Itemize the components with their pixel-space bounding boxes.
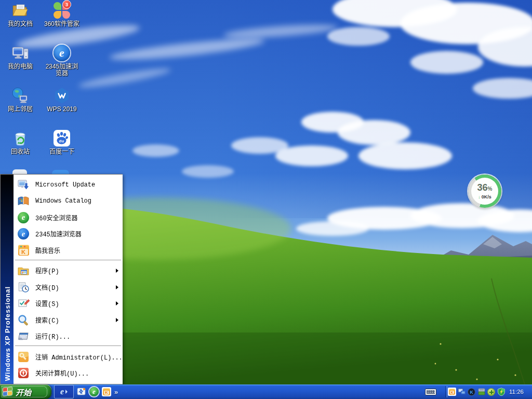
desktop-icon-my-computer[interactable]: 我的电脑 (2, 44, 38, 70)
submenu-arrow-icon (116, 269, 118, 273)
menu-item-search[interactable]: 搜索(C) (14, 312, 123, 328)
menu-item-microsoft-update[interactable]: Microsoft Update (14, 177, 123, 193)
start-button[interactable]: 开始 (0, 384, 51, 399)
menu-item-label: 注销 Administrator(L)... (35, 352, 123, 362)
tray-360-shield-icon[interactable] (497, 388, 506, 396)
menu-item-shut-down[interactable]: 关闭计算机(U)... (14, 365, 123, 381)
tray-kuwo-music-icon[interactable]: K (448, 388, 456, 396)
shut-down-icon (17, 367, 30, 379)
quick-launch-more-chevron[interactable]: » (114, 388, 118, 396)
show-desktop-icon (77, 387, 86, 396)
quick-launch-kuwo-music[interactable]: K (102, 387, 111, 396)
kuwo-music-icon: K (17, 244, 30, 257)
360-software-manager-icon: 3 (52, 1, 71, 20)
banner-text: Windows XP Professional (3, 286, 11, 381)
tray-network-connections-icon[interactable] (458, 388, 466, 396)
menu-item-label: Windows Catalog (35, 197, 91, 205)
desktop-icon-label: 网上邻居 (2, 106, 38, 113)
menu-item-programs[interactable]: 程序(P) (14, 262, 123, 279)
desktop-icon-label: 我的电脑 (2, 63, 38, 70)
run-icon (17, 330, 30, 342)
menu-item-windows-catalog[interactable]: Windows Catalog (14, 193, 123, 210)
2345-explorer-icon: e (17, 228, 30, 240)
menu-item-kuwo-music[interactable]: K 酷我音乐 (14, 242, 123, 259)
360-speedball-widget[interactable]: 36% ↓0K/s (468, 175, 501, 208)
desktop-icon-baidu[interactable]: du 百度一下 (44, 129, 80, 155)
menu-item-label: 搜索(C) (35, 315, 59, 325)
desktop-icon-my-documents[interactable]: 我的文档 (2, 1, 38, 28)
documents-icon (17, 281, 30, 294)
desktop-icon-label: 2345加速浏览器 (44, 63, 80, 77)
download-arrow-icon: ↓ (478, 194, 481, 200)
menu-separator (15, 260, 121, 262)
menu-item-label: Microsoft Update (35, 181, 95, 189)
submenu-arrow-icon (116, 301, 118, 305)
input-method-keyboard-icon[interactable] (425, 389, 436, 395)
settings-icon (17, 297, 30, 310)
menu-item-label: 360安全浏览器 (35, 213, 78, 222)
menu-item-log-off[interactable]: 注销 Administrator(L)... (14, 349, 123, 365)
menu-item-documents[interactable]: 文档(D) (14, 279, 123, 296)
windows-catalog-icon (17, 195, 30, 207)
microsoft-update-icon (17, 179, 30, 191)
desktop-icon-label: 回收站 (2, 149, 38, 155)
360-secure-browser-icon: e (89, 387, 99, 396)
search-icon (17, 314, 30, 326)
menu-item-label: 酷我音乐 (35, 246, 60, 255)
2345-explorer-icon: e (52, 44, 71, 62)
menu-item-360-secure-browser[interactable]: e 360安全浏览器 (14, 209, 123, 226)
kuwo-music-icon: K (102, 387, 111, 396)
update-count-badge: 3 (62, 0, 71, 9)
tray-kuaizip-icon[interactable]: K (468, 388, 476, 396)
tray-360-antivirus-icon[interactable] (487, 388, 496, 396)
quick-launch-internet-explorer[interactable]: e (54, 385, 74, 398)
start-menu-banner: Windows XP Professional (1, 175, 14, 384)
programs-icon (17, 264, 30, 277)
menu-item-settings[interactable]: 设置(S) (14, 295, 123, 312)
menu-item-label: 设置(S) (35, 299, 59, 308)
taskbar-clock[interactable]: 11:26 (509, 389, 524, 395)
windows-flag-icon (3, 387, 13, 396)
internet-explorer-icon: e (60, 388, 64, 396)
recycle-bin-icon (11, 129, 30, 148)
memory-usage-percent: 36% (477, 183, 493, 194)
menu-item-label: 2345加速浏览器 (35, 229, 82, 238)
desktop-icon-360-software-manager[interactable]: 3 360软件管家 (44, 1, 80, 28)
network-places-icon (11, 86, 30, 105)
start-menu: Windows XP Professional Microsoft Update (0, 174, 123, 384)
menu-item-run[interactable]: 运行(R)... (14, 328, 123, 344)
desktop-icon-label: 我的文档 (2, 21, 38, 28)
desktop-icon-wps-2019[interactable]: WPS 2019 (44, 86, 80, 113)
desktop-icon-label: 360软件管家 (44, 21, 80, 28)
menu-item-label: 关闭计算机(U)... (35, 368, 89, 378)
log-off-key-icon (17, 351, 30, 363)
tray-divider (445, 386, 447, 397)
speedball-face: 36% ↓0K/s (471, 178, 498, 205)
start-menu-panel: Microsoft Update Windows Catalog e 360安全… (14, 175, 123, 384)
system-tray: K K (448, 384, 532, 399)
network-speed: ↓0K/s (478, 194, 491, 200)
360-secure-browser-icon: e (17, 211, 30, 224)
desktop-icon-network-places[interactable]: 网上邻居 (2, 86, 38, 113)
quick-launch-show-desktop[interactable] (77, 387, 86, 396)
start-button-label: 开始 (16, 387, 31, 397)
wps-2019-icon (52, 86, 71, 105)
quick-launch-360-secure-browser[interactable]: e (89, 387, 99, 396)
svg-text:du: du (59, 139, 64, 143)
desktop-icon-label: WPS 2019 (44, 106, 80, 113)
menu-item-2345-explorer[interactable]: e 2345加速浏览器 (14, 226, 123, 243)
menu-item-label: 文档(D) (35, 283, 59, 292)
menu-item-label: 运行(R)... (35, 331, 70, 341)
partial-desktop-icon[interactable] (12, 169, 27, 174)
desktop-icon-label: 百度一下 (44, 149, 80, 155)
windows-xp-desktop: { "desktop": { "icons": [ {"name": "my-d… (0, 0, 532, 399)
my-documents-icon (11, 1, 30, 20)
submenu-arrow-icon (116, 318, 118, 322)
desktop-icon-2345-explorer[interactable]: e 2345加速浏览器 (44, 44, 80, 77)
expand-arrow-icon (65, 390, 68, 394)
menu-item-label: 程序(P) (35, 266, 59, 275)
partial-desktop-icon[interactable] (52, 170, 69, 174)
taskbar: 开始 e e K » K (0, 384, 532, 399)
tray-hardware-device-icon[interactable] (477, 388, 486, 396)
desktop-icon-recycle-bin[interactable]: 回收站 (2, 129, 38, 155)
